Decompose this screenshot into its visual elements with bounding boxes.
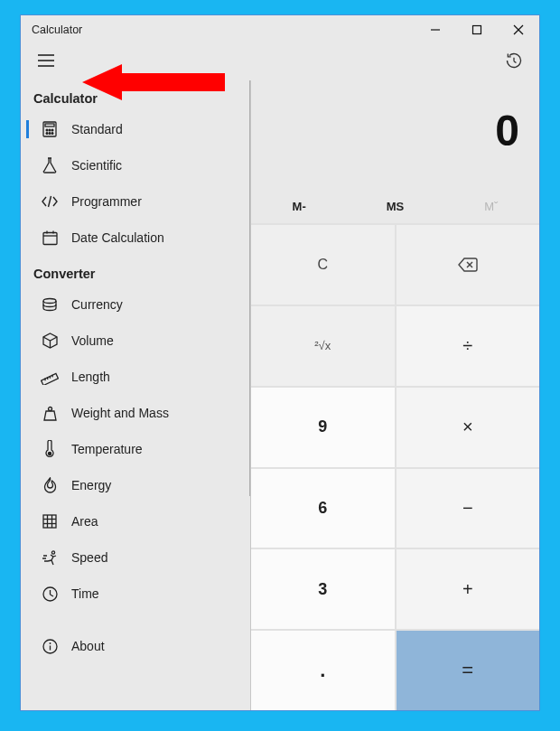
svg-rect-19 [43, 232, 57, 244]
nav-item-label: Volume [71, 333, 114, 348]
calendar-icon [41, 230, 59, 246]
key-6[interactable]: 6 [251, 469, 395, 548]
minimize-button[interactable] [415, 15, 456, 44]
svg-point-15 [46, 133, 48, 135]
memory-row: M- MS Mˇ [251, 189, 539, 223]
hamburger-icon [38, 54, 54, 70]
nav-item-scientific[interactable]: Scientific [33, 147, 247, 183]
code-icon [41, 195, 59, 208]
nav-item-label: Length [71, 370, 110, 384]
flask-icon [41, 157, 59, 173]
nav-heading-converter: Converter [33, 267, 247, 281]
grid-icon [41, 514, 59, 529]
key-equals[interactable]: = [397, 631, 540, 710]
key-9[interactable]: 9 [251, 388, 395, 467]
titlebar: Calculator [21, 15, 539, 44]
nav-panel: Calculator Standard Scientific [21, 80, 251, 710]
key-3[interactable]: 3 [251, 549, 395, 629]
nav-item-label: Energy [71, 478, 111, 492]
svg-point-41 [49, 642, 51, 644]
nav-item-currency[interactable]: Currency [33, 286, 247, 323]
history-icon [505, 52, 523, 73]
history-button[interactable] [496, 44, 532, 80]
key-multiply[interactable]: × [397, 388, 540, 467]
speed-icon [41, 550, 59, 566]
window-title: Calculator [32, 23, 82, 36]
svg-point-29 [48, 407, 51, 410]
key-clear[interactable]: C [251, 225, 395, 305]
svg-point-13 [49, 129, 51, 131]
calculator-icon [41, 121, 59, 137]
nav-item-label: Standard [71, 122, 123, 136]
clock-icon [41, 586, 59, 602]
nav-item-label: Area [71, 514, 98, 529]
svg-line-8 [514, 61, 517, 63]
display: 0 [251, 80, 539, 189]
svg-point-12 [46, 129, 48, 131]
nav-item-programmer[interactable]: Programmer [33, 183, 247, 220]
svg-point-17 [51, 133, 53, 135]
keypad: C ²√x ÷ 9 × 6 − 3 + . = [251, 223, 539, 710]
memory-store-button[interactable]: MS [347, 200, 443, 213]
key-divide[interactable]: ÷ [397, 306, 540, 386]
nav-item-area[interactable]: Area [33, 503, 247, 539]
nav-item-label: Time [71, 586, 99, 601]
nav-item-label: Speed [71, 550, 107, 565]
nav-item-energy[interactable]: Energy [33, 467, 247, 503]
svg-line-39 [50, 595, 53, 596]
nav-item-label: Currency [71, 297, 123, 312]
nav-item-time[interactable]: Time [33, 576, 247, 612]
weight-icon [41, 406, 59, 421]
nav-item-temperature[interactable]: Temperature [33, 431, 247, 467]
memory-more-button[interactable]: Mˇ [443, 200, 539, 213]
info-icon [41, 639, 59, 654]
nav-item-speed[interactable]: Speed [33, 539, 247, 576]
nav-heading-calculator: Calculator [33, 91, 247, 106]
svg-rect-1 [473, 26, 481, 34]
memory-minus-button[interactable]: M- [251, 200, 347, 213]
nav-item-weight[interactable]: Weight and Mass [33, 395, 247, 431]
svg-point-23 [43, 299, 56, 304]
backspace-icon [458, 258, 478, 272]
nav-item-about[interactable]: About [33, 628, 247, 664]
nav-item-volume[interactable]: Volume [33, 323, 247, 359]
key-decimal[interactable]: . [251, 631, 395, 710]
nav-item-label: Weight and Mass [71, 406, 169, 420]
flame-icon [41, 477, 59, 493]
nav-item-label: About [71, 639, 105, 653]
nav-item-length[interactable]: Length [33, 359, 247, 395]
key-minus[interactable]: − [397, 469, 540, 548]
svg-point-30 [48, 452, 51, 455]
menu-button[interactable] [28, 44, 64, 80]
nav-item-label: Temperature [71, 442, 143, 456]
thermometer-icon [41, 440, 59, 458]
calculator-area: 0 M- MS Mˇ C ²√x ÷ 9 × [251, 80, 539, 710]
svg-line-18 [49, 196, 51, 207]
ruler-icon [41, 369, 59, 385]
key-plus[interactable]: + [397, 549, 540, 629]
svg-point-14 [51, 129, 53, 131]
close-button[interactable] [498, 15, 539, 44]
nav-item-standard[interactable]: Standard [33, 111, 247, 147]
svg-rect-24 [42, 373, 59, 385]
nav-item-label: Date Calculation [71, 230, 164, 245]
nav-item-date-calculation[interactable]: Date Calculation [33, 220, 247, 256]
svg-point-16 [49, 133, 51, 135]
maximize-button[interactable] [456, 15, 498, 44]
cube-icon [41, 333, 59, 349]
svg-point-36 [51, 550, 54, 553]
svg-rect-31 [43, 515, 56, 528]
calculator-window: Calculator [20, 14, 540, 711]
toolbar [21, 44, 539, 80]
key-backspace[interactable] [397, 225, 540, 305]
nav-item-label: Programmer [71, 194, 142, 209]
currency-icon [41, 297, 59, 312]
key-sqrt[interactable]: ²√x [251, 306, 395, 386]
nav-item-label: Scientific [71, 158, 122, 173]
svg-rect-11 [45, 124, 54, 127]
